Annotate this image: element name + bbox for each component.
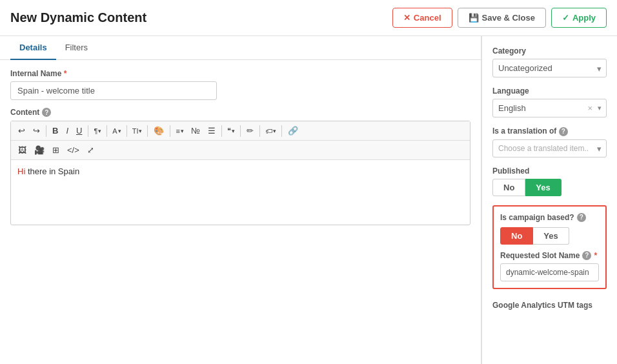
tab-filters[interactable]: Filters <box>56 36 97 60</box>
toolbar-separator-2 <box>88 125 88 137</box>
toolbar-separator-10 <box>281 125 282 137</box>
toolbar-separator-8 <box>240 125 241 137</box>
campaign-yes-button[interactable]: Yes <box>533 227 569 245</box>
toolbar-unordered-list[interactable]: ☰ <box>205 124 219 137</box>
check-icon: ✓ <box>562 13 569 23</box>
published-no-button[interactable]: No <box>492 179 525 196</box>
toolbar-pen[interactable]: ✏ <box>243 124 257 137</box>
save-icon: 💾 <box>469 13 479 23</box>
left-panel: Details Filters Internal Name * Content … <box>0 36 481 364</box>
editor-hi-text: Hi <box>17 167 25 176</box>
content-label: Content ? <box>10 108 470 117</box>
toolbar-separator-6 <box>170 125 170 137</box>
category-select[interactable]: Uncategorized <box>492 59 607 77</box>
translation-select-wrapper: Choose a translated item... <box>492 139 607 157</box>
content-help-icon[interactable]: ? <box>42 108 51 117</box>
toolbar-image[interactable]: 🖼 <box>15 143 30 157</box>
right-panel: Category Uncategorized Language English … <box>481 36 617 364</box>
category-label: Category <box>492 46 607 56</box>
toolbar-italic[interactable]: I <box>63 124 72 137</box>
category-group: Category Uncategorized <box>492 46 607 77</box>
editor-content: Hi there in Spain <box>17 167 79 176</box>
toolbar-separator-1 <box>46 125 46 137</box>
internal-name-label: Internal Name * <box>10 69 470 78</box>
editor-wrapper: ↩ ↪ B I U ¶▾ A▾ TI▾ 🎨 ≡▾ № <box>10 121 470 225</box>
campaign-help-icon[interactable]: ? <box>577 213 586 222</box>
translation-select[interactable]: Choose a translated item... <box>492 139 607 157</box>
campaign-label: Is campaign based? ? <box>500 213 599 222</box>
toolbar-separator-7 <box>221 125 222 137</box>
required-asterisk: * <box>64 69 67 78</box>
toolbar-underline[interactable]: U <box>73 124 85 137</box>
language-select-wrapper: English × ▾ <box>492 99 607 117</box>
toolbar-code[interactable]: </> <box>64 143 83 157</box>
campaign-toggle: No Yes <box>500 227 599 245</box>
tabs: Details Filters <box>0 36 481 60</box>
category-select-wrapper: Uncategorized <box>492 59 607 77</box>
toolbar-font-color[interactable]: A▾ <box>110 126 123 136</box>
toolbar-video[interactable]: 🎥 <box>31 143 48 157</box>
slot-name-label: Requested Slot Name ? * <box>500 251 599 260</box>
toolbar-fill[interactable]: 🎨 <box>150 124 167 137</box>
main-layout: Details Filters Internal Name * Content … <box>0 36 617 364</box>
toolbar-separator-4 <box>126 125 127 137</box>
toolbar-paragraph[interactable]: ¶▾ <box>91 126 104 136</box>
toolbar-align[interactable]: ≡▾ <box>173 126 186 136</box>
published-group: Published No Yes <box>492 167 607 196</box>
form-content: Internal Name * Content ? ↩ ↪ B I U <box>0 60 481 364</box>
editor-body[interactable]: Hi there in Spain <box>11 160 470 225</box>
apply-button[interactable]: ✓ Apply <box>551 8 607 28</box>
toolbar-table[interactable]: ⊞ <box>49 143 63 157</box>
toolbar-redo[interactable]: ↪ <box>30 124 43 137</box>
google-analytics-label: Google Analytics UTM tags <box>492 298 607 310</box>
translation-help-icon[interactable]: ? <box>559 127 568 136</box>
toolbar-font-size[interactable]: TI▾ <box>130 126 145 136</box>
translation-group: Is a translation of ? Choose a translate… <box>492 126 607 157</box>
internal-name-input[interactable] <box>10 81 217 100</box>
toolbar-bold[interactable]: B <box>49 124 61 137</box>
toolbar-link[interactable]: 🔗 <box>285 124 301 137</box>
published-label: Published <box>492 167 607 176</box>
campaign-no-button[interactable]: No <box>500 227 533 245</box>
toolbar-separator-5 <box>147 125 148 137</box>
save-close-button[interactable]: 💾 Save & Close <box>458 8 546 28</box>
tab-details[interactable]: Details <box>10 36 56 60</box>
slot-name-input[interactable] <box>500 263 599 281</box>
toolbar-tags[interactable]: 🏷▾ <box>263 126 279 136</box>
header-actions: ✕ Cancel 💾 Save & Close ✓ Apply <box>392 8 607 28</box>
page-title: New Dynamic Content <box>10 10 147 25</box>
internal-name-group: Internal Name * <box>10 69 470 100</box>
toolbar-undo[interactable]: ↩ <box>15 124 28 137</box>
language-label: Language <box>492 86 607 96</box>
language-group: Language English × ▾ <box>492 86 607 117</box>
language-clear-icon[interactable]: × <box>587 103 592 113</box>
toolbar-separator-3 <box>106 125 107 137</box>
toolbar-row1: ↩ ↪ B I U ¶▾ A▾ TI▾ 🎨 ≡▾ № <box>11 121 470 141</box>
header: New Dynamic Content ✕ Cancel 💾 Save & Cl… <box>0 0 617 36</box>
toolbar-separator-9 <box>259 125 260 137</box>
toolbar-blockquote[interactable]: ❝▾ <box>225 125 238 136</box>
editor-rest-text: there in Spain <box>25 167 79 176</box>
toolbar-ordered-list[interactable]: № <box>188 124 203 137</box>
campaign-box: Is campaign based? ? No Yes Requested Sl… <box>492 205 607 289</box>
published-toggle: No Yes <box>492 179 607 196</box>
cancel-button[interactable]: ✕ Cancel <box>392 8 452 28</box>
toolbar-row2: 🖼 🎥 ⊞ </> ⤢ <box>11 141 470 160</box>
translation-label: Is a translation of ? <box>492 126 607 136</box>
slot-required: * <box>594 251 597 260</box>
cancel-icon: ✕ <box>403 13 410 23</box>
toolbar-fullscreen[interactable]: ⤢ <box>84 143 97 157</box>
published-yes-button[interactable]: Yes <box>525 179 561 196</box>
slot-help-icon[interactable]: ? <box>582 251 591 260</box>
